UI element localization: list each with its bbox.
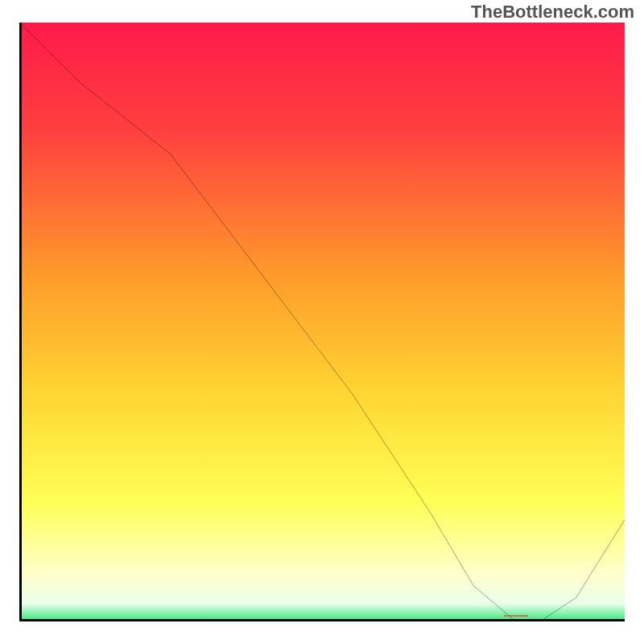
optimal-point-marker: ············· bbox=[503, 610, 527, 621]
chart-container: TheBottleneck.com bbox=[0, 0, 644, 644]
watermark-text: TheBottleneck.com bbox=[471, 2, 634, 23]
plot-area: ············· bbox=[19, 23, 625, 621]
bottleneck-curve bbox=[19, 23, 625, 621]
